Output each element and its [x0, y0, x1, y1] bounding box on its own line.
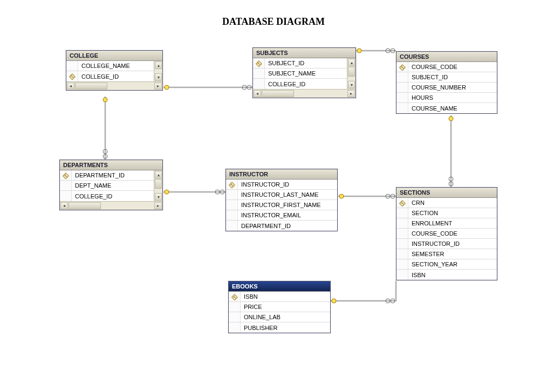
table-row[interactable]: INSTRUCTOR_LAST_NAME — [226, 190, 337, 200]
vertical-scrollbar[interactable]: ▴ ▾ — [154, 170, 162, 201]
table-row[interactable]: ONLINE_LAB — [229, 312, 330, 322]
horizontal-scrollbar[interactable]: ◂ ▸ — [253, 89, 355, 98]
table-row[interactable]: DEPARTMENT_ID — [226, 221, 337, 231]
scroll-up-icon[interactable]: ▴ — [155, 171, 162, 178]
scroll-left-icon[interactable]: ◂ — [67, 82, 74, 90]
table-row[interactable]: PRICE — [229, 302, 330, 312]
scroll-thumb[interactable] — [75, 82, 107, 90]
table-title-ebooks[interactable]: EBOOKS — [229, 281, 330, 292]
key-icon: ⚿ — [398, 63, 406, 71]
horizontal-scrollbar[interactable]: ◂ ▸ — [60, 201, 162, 210]
table-row[interactable]: SECTION — [396, 208, 497, 218]
pk-cell: ⚿ — [229, 292, 241, 301]
table-row[interactable]: ⚿DEPARTMENT_ID — [60, 170, 154, 181]
table-row[interactable]: COURSE_NUMBER — [396, 82, 497, 93]
column-name: SUBJECT_ID — [265, 60, 307, 66]
table-row[interactable]: SECTION_YEAR — [396, 259, 497, 270]
svg-point-9 — [165, 190, 169, 194]
scroll-left-icon[interactable]: ◂ — [254, 90, 261, 97]
pk-cell: ⚿ — [60, 170, 72, 180]
table-row[interactable]: SUBJECT_ID — [396, 72, 497, 82]
column-name: ISBN — [241, 293, 261, 300]
scroll-right-icon[interactable]: ▸ — [154, 202, 162, 209]
table-subjects[interactable]: SUBJECTS ⚿ SUBJECT_ID SUBJECT_NAME COLLE… — [252, 47, 356, 98]
svg-point-0 — [165, 85, 169, 90]
svg-point-6 — [103, 98, 107, 102]
column-name: INSTRUCTOR_ID — [408, 240, 463, 247]
scroll-thumb[interactable] — [69, 202, 101, 209]
svg-point-4 — [391, 49, 395, 53]
table-row[interactable]: ISBN — [396, 270, 497, 280]
svg-point-18 — [332, 299, 336, 303]
table-departments[interactable]: DEPARTMENTS ⚿DEPARTMENT_ID DEPT_NAME COL… — [59, 160, 163, 210]
table-row[interactable]: ⚿CRN — [396, 198, 497, 208]
table-instructor[interactable]: INSTRUCTOR ⚿INSTRUCTOR_ID INSTRUCTOR_LAS… — [225, 169, 338, 231]
table-courses[interactable]: COURSES ⚿COURSE_CODE SUBJECT_ID COURSE_N… — [396, 51, 497, 114]
table-row[interactable]: COURSE_NAME — [396, 103, 497, 113]
column-name: COLLEGE_ID — [78, 73, 122, 80]
scroll-thumb[interactable] — [348, 67, 355, 77]
pk-cell — [396, 208, 408, 218]
table-row[interactable]: COLLEGE_ID — [60, 191, 154, 201]
table-row[interactable]: ⚿COURSE_CODE — [396, 62, 497, 72]
table-title-sections[interactable]: SECTIONS — [396, 188, 497, 198]
svg-point-11 — [215, 190, 220, 194]
scroll-right-icon[interactable]: ▸ — [154, 82, 162, 90]
column-name: PUBLISHER — [241, 325, 281, 331]
scroll-down-icon[interactable]: ▾ — [155, 193, 162, 201]
pk-cell — [396, 259, 408, 269]
vertical-scrollbar[interactable]: ▴ ▾ — [154, 61, 162, 81]
table-title-courses[interactable]: COURSES — [396, 52, 497, 62]
scroll-up-icon[interactable]: ▴ — [348, 59, 355, 66]
svg-point-2 — [242, 85, 247, 90]
vertical-scrollbar[interactable]: ▴ ▾ — [347, 58, 355, 89]
table-row[interactable]: INSTRUCTOR_FIRST_NAME — [226, 200, 337, 210]
column-name: ENROLLMENT — [408, 220, 455, 226]
horizontal-scrollbar[interactable]: ◂ ▸ — [66, 81, 162, 90]
key-icon: ⚿ — [228, 181, 236, 189]
column-name: ONLINE_LAB — [241, 314, 284, 320]
table-title-departments[interactable]: DEPARTMENTS — [60, 160, 162, 170]
table-row[interactable]: COURSE_CODE — [396, 229, 497, 239]
column-name: SECTION_YEAR — [408, 261, 461, 267]
table-college[interactable]: COLLEGE COLLEGE_NAME ⚿ COLLEGE_ID ▴ ▾ ◂ … — [66, 50, 163, 91]
column-name: SUBJECT_ID — [408, 74, 451, 80]
table-row[interactable]: ⚿ISBN — [229, 292, 330, 302]
table-row[interactable]: ⚿ SUBJECT_ID — [253, 58, 347, 68]
svg-point-17 — [449, 177, 453, 181]
pk-cell — [396, 270, 408, 280]
table-sections[interactable]: SECTIONS ⚿CRN SECTION ENROLLMENT COURSE_… — [396, 187, 497, 280]
scroll-right-icon[interactable]: ▸ — [347, 90, 355, 97]
table-row[interactable]: COLLEGE_NAME — [66, 61, 154, 71]
scroll-down-icon[interactable]: ▾ — [348, 81, 355, 88]
column-name: INSTRUCTOR_LAST_NAME — [238, 191, 322, 198]
table-title-instructor[interactable]: INSTRUCTOR — [226, 169, 337, 180]
table-row[interactable]: PUBLISHER — [229, 322, 330, 333]
pk-cell — [396, 72, 408, 82]
pk-cell — [60, 191, 72, 201]
table-row[interactable]: HOURS — [396, 93, 497, 103]
table-row[interactable]: INSTRUCTOR_EMAIL — [226, 210, 337, 221]
svg-point-15 — [449, 116, 453, 121]
table-row[interactable]: ⚿ COLLEGE_ID — [66, 71, 154, 81]
table-title-college[interactable]: COLLEGE — [66, 51, 162, 61]
table-row[interactable]: INSTRUCTOR_ID — [396, 239, 497, 249]
scroll-left-icon[interactable]: ◂ — [60, 202, 68, 209]
pk-cell — [396, 93, 408, 102]
pk-cell — [226, 210, 238, 220]
table-row[interactable]: ENROLLMENT — [396, 218, 497, 229]
table-row[interactable]: DEPT_NAME — [60, 181, 154, 191]
scroll-thumb[interactable] — [262, 90, 294, 97]
scroll-thumb[interactable] — [155, 179, 162, 189]
table-row[interactable]: SEMESTER — [396, 249, 497, 259]
table-row[interactable]: COLLEGE_ID — [253, 79, 347, 89]
table-title-subjects[interactable]: SUBJECTS — [253, 48, 355, 58]
table-ebooks[interactable]: EBOOKS ⚿ISBN PRICE ONLINE_LAB PUBLISHER — [228, 281, 331, 333]
scroll-up-icon[interactable]: ▴ — [155, 61, 162, 69]
pk-cell — [226, 200, 238, 210]
column-name: DEPARTMENT_ID — [238, 223, 294, 229]
table-row[interactable]: SUBJECT_NAME — [253, 68, 347, 79]
table-row[interactable]: ⚿INSTRUCTOR_ID — [226, 180, 337, 190]
column-name: CRN — [408, 200, 428, 206]
scroll-down-icon[interactable]: ▾ — [155, 73, 162, 81]
